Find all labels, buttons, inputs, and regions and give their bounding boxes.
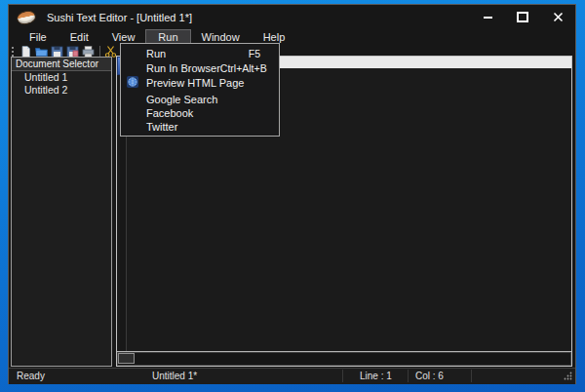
window-title: Sushi Text Editor - [Untitled 1*]	[47, 12, 192, 23]
menu-help[interactable]: Help	[252, 30, 297, 44]
menu-edit[interactable]: Edit	[58, 30, 100, 44]
document-item-untitled-1[interactable]: Untitled 1	[12, 71, 111, 84]
sushi-icon	[16, 9, 37, 26]
close-icon[interactable]	[552, 12, 564, 23]
menu-item-run-in-browser-label: Run In Browser	[146, 62, 220, 74]
save-as-icon[interactable]	[66, 46, 79, 58]
title-bar: Sushi Text Editor - [Untitled 1*]	[9, 5, 575, 29]
status-separator	[471, 370, 472, 382]
menu-window[interactable]: Window	[190, 30, 252, 44]
document-selector-header: Document Selector	[12, 58, 111, 71]
status-line: Line : 1	[360, 371, 392, 381]
toolbar-grip	[12, 47, 16, 57]
resize-grip-icon[interactable]	[564, 372, 572, 382]
menu-run[interactable]: Run	[146, 30, 189, 44]
menu-item-run-label: Run	[146, 48, 166, 59]
menu-item-run-in-browser-shortcut: Ctrl+Alt+B	[220, 62, 278, 74]
menu-item-facebook-label: Facebook	[146, 107, 193, 119]
print-icon[interactable]	[82, 46, 95, 58]
menu-item-run[interactable]: Run F5	[121, 46, 279, 60]
toolbar-separator	[99, 46, 100, 57]
minimize-icon[interactable]	[482, 12, 493, 23]
status-ready: Ready	[17, 371, 45, 381]
new-file-icon[interactable]	[20, 46, 32, 58]
app-window: Sushi Text Editor - [Untitled 1*] File E…	[8, 4, 576, 384]
menu-item-preview-html-page[interactable]: Preview HTML Page	[121, 75, 279, 90]
globe-icon	[127, 76, 138, 88]
horizontal-scrollbar-thumb[interactable]	[118, 353, 135, 364]
open-folder-icon[interactable]	[35, 46, 48, 58]
menu-bar: File Edit View Run Window Help	[9, 29, 575, 44]
menu-item-twitter-label: Twitter	[146, 121, 177, 133]
document-selector-panel: Document Selector Untitled 1 Untitled 2	[11, 57, 112, 367]
status-separator	[408, 370, 409, 382]
menu-item-twitter[interactable]: Twitter	[121, 120, 279, 134]
menu-item-run-shortcut: F5	[249, 48, 271, 59]
save-icon[interactable]	[51, 46, 63, 58]
menu-item-google-search-label: Google Search	[146, 94, 217, 105]
status-col: Col : 6	[415, 371, 444, 381]
menu-view[interactable]: View	[100, 30, 147, 44]
menu-item-preview-html-page-label: Preview HTML Page	[146, 77, 244, 89]
status-document: Untitled 1*	[152, 371, 197, 381]
status-separator	[342, 370, 343, 382]
run-dropdown-menu: Run F5 Run In Browser Ctrl+Alt+B Preview…	[120, 43, 280, 137]
window-controls	[482, 5, 564, 29]
maximize-icon[interactable]	[517, 12, 528, 23]
document-item-untitled-2[interactable]: Untitled 2	[12, 84, 111, 97]
status-bar: Ready Untitled 1* Line : 1 Col : 6	[9, 368, 575, 384]
menu-item-google-search[interactable]: Google Search	[121, 93, 279, 106]
editor-horizontal-scrollbar[interactable]	[117, 351, 571, 366]
menu-file[interactable]: File	[18, 30, 58, 44]
menu-item-facebook[interactable]: Facebook	[121, 106, 279, 120]
menu-item-run-in-browser[interactable]: Run In Browser Ctrl+Alt+B	[121, 60, 279, 75]
